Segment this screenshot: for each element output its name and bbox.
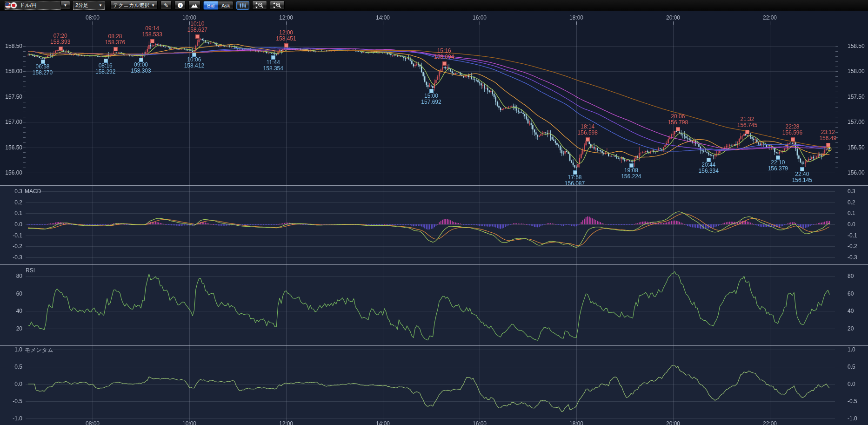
- macd-tick-label-right: 0.1: [848, 210, 855, 216]
- swing-high-marker: [791, 137, 795, 142]
- price-axis-label-right: 156.00: [848, 170, 865, 176]
- momentum-tick-label-left: -1.0: [0, 416, 22, 422]
- rsi-tick-label-left: 60: [0, 291, 22, 297]
- rsi-panel-title: RSI: [26, 268, 35, 274]
- swing-high-marker: [195, 34, 200, 39]
- swing-high-annotation: 15:16158.094: [434, 48, 454, 60]
- currency-pair-dropdown-button[interactable]: ▼: [60, 1, 70, 10]
- time-axis-label-bottom: 16:00: [473, 421, 487, 425]
- rsi-tick-label-left: 20: [0, 326, 22, 332]
- swing-high-marker: [676, 127, 680, 131]
- info-button[interactable]: i: [174, 1, 186, 10]
- momentum-tick-label-left: 0.5: [0, 364, 22, 370]
- annotation-price: 158.533: [142, 32, 162, 38]
- area-chart-button[interactable]: [188, 1, 200, 10]
- price-axis-label-left: 156.00: [0, 170, 22, 176]
- candlestick-mode-button[interactable]: [236, 1, 249, 10]
- swing-low-annotation: 09:00158.303: [131, 62, 151, 74]
- rsi-tick-label-left: 80: [0, 273, 22, 279]
- time-axis-label-bottom: 20:00: [666, 421, 680, 425]
- swing-low-annotation: 15:00157.692: [421, 93, 441, 105]
- currency-pair-selector[interactable]: ドル/円: [5, 1, 60, 10]
- swing-high-marker: [442, 61, 447, 66]
- macd-tick-label-right: -0.1: [848, 233, 857, 239]
- price-axis-label-left: 158.00: [0, 68, 22, 74]
- bid-ask-toggle: Bid Ask: [203, 1, 234, 10]
- price-axis-label-left: 157.50: [0, 94, 22, 100]
- swing-high-marker: [114, 47, 118, 51]
- momentum-tick-label-right: -0.5: [848, 398, 857, 405]
- chevron-down-icon: ▼: [99, 3, 102, 7]
- momentum-tick-label-right: -1.0: [848, 416, 857, 422]
- swing-high-annotation: 22:28156.596: [782, 124, 802, 136]
- annotation-price: 156.798: [668, 120, 688, 126]
- macd-tick-label-left: -0.1: [0, 233, 22, 239]
- swing-high-marker: [284, 43, 288, 47]
- zoom-in-button[interactable]: [270, 1, 285, 10]
- annotation-price: 156.145: [792, 177, 812, 183]
- macd-tick-label-right: 0.0: [848, 222, 855, 228]
- swing-high-annotation: 20:06156.798: [668, 114, 688, 126]
- momentum-tick-label-left: 0.0: [0, 381, 22, 387]
- time-axis-label-bottom: 12:00: [279, 421, 293, 425]
- swing-low-annotation: 11:44158.354: [263, 60, 283, 72]
- macd-tick-label-right: 0.3: [848, 189, 855, 195]
- zoom-out-icon: [255, 2, 264, 8]
- time-axis-label-top: 08:00: [86, 15, 100, 21]
- chevron-down-icon: ▼: [64, 3, 67, 7]
- timeframe-selector[interactable]: 2分足 ▼: [73, 1, 105, 10]
- annotation-price: 157.692: [421, 99, 441, 105]
- mountain-icon: [191, 3, 198, 8]
- time-axis-label-top: 14:00: [376, 15, 390, 21]
- macd-tick-label-left: -0.2: [0, 243, 22, 250]
- jp-flag-icon: [10, 2, 17, 9]
- price-axis-label-right: 158.00: [848, 68, 865, 74]
- annotation-price: 158.376: [105, 40, 125, 46]
- time-axis-label-bottom: 08:00: [86, 421, 100, 425]
- zoom-out-button[interactable]: [252, 1, 267, 10]
- annotation-price: 156.379: [768, 166, 788, 172]
- time-axis-label-bottom: 10:00: [182, 421, 196, 425]
- annotation-price: 158.270: [33, 70, 53, 76]
- swing-high-marker: [59, 47, 63, 51]
- macd-tick-label-left: 0.3: [0, 189, 22, 195]
- macd-tick-label-right: -0.2: [848, 243, 857, 250]
- time-axis-label-top: 12:00: [279, 15, 293, 21]
- swing-high-annotation: 10:10158.627: [187, 21, 207, 33]
- zoom-in-icon: [273, 2, 281, 8]
- annotation-price: 156.596: [782, 130, 802, 136]
- bid-button[interactable]: Bid: [203, 1, 218, 10]
- ask-button[interactable]: Ask: [218, 1, 234, 10]
- swing-high-annotation: 18:14156.598: [578, 124, 598, 136]
- time-axis-label-bottom: 22:00: [763, 421, 777, 425]
- info-icon: i: [178, 3, 183, 8]
- swing-low-annotation: 08:16158.292: [95, 63, 115, 75]
- price-axis-label-left: 158.50: [0, 43, 22, 49]
- swing-high-annotation: 12:00158.451: [276, 30, 296, 42]
- annotation-price: 158.354: [263, 66, 283, 72]
- time-axis-label-bottom: 18:00: [569, 421, 583, 425]
- toolbar: ドル/円 ▼ 2分足 ▼ テクニカル選択 ▼ ✎ i Bid Ask: [0, 0, 868, 11]
- price-axis-label-left: 157.00: [0, 119, 22, 125]
- time-axis-label-top: 10:00: [182, 15, 196, 21]
- rsi-tick-label-left: 40: [0, 308, 22, 314]
- swing-low-annotation: 20:44156.334: [699, 162, 719, 174]
- swing-low-annotation: 10:06158.412: [184, 57, 204, 69]
- rsi-tick-label-right: 40: [848, 308, 854, 314]
- swing-high-annotation: 21:32156.745: [737, 116, 757, 128]
- macd-panel-title: MACD: [25, 189, 41, 195]
- trading-chart-window: ドル/円 ▼ 2分足 ▼ テクニカル選択 ▼ ✎ i Bid Ask: [0, 0, 868, 425]
- technical-select-button[interactable]: テクニカル選択 ▼: [110, 1, 158, 10]
- annotation-price: 158.303: [131, 68, 151, 74]
- annotation-price: 156.598: [578, 130, 598, 136]
- macd-tick-label-right: -0.3: [848, 255, 857, 261]
- draw-button[interactable]: ✎: [160, 1, 172, 10]
- swing-high-annotation: 07:20158.393: [50, 33, 70, 45]
- rsi-tick-label-right: 20: [848, 326, 854, 332]
- annotation-price: 158.412: [184, 63, 204, 69]
- chart-canvas[interactable]: [0, 0, 868, 425]
- annotation-price: 156.745: [737, 122, 757, 128]
- time-axis-label-top: 20:00: [666, 15, 680, 21]
- momentum-tick-label-left: 1.0: [0, 347, 22, 353]
- time-axis-label-top: 16:00: [473, 15, 487, 21]
